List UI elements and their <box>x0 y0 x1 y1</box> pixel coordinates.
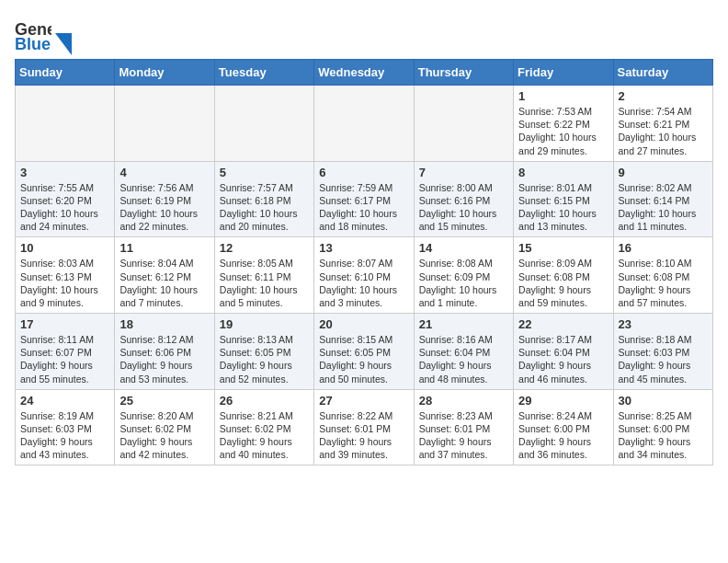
day-number: 14 <box>419 241 508 255</box>
day-number: 30 <box>619 394 708 408</box>
day-number: 9 <box>619 166 708 179</box>
calendar-week-row: 3Sunrise: 7:55 AM Sunset: 6:20 PM Daylig… <box>16 161 713 237</box>
calendar-cell: 28Sunrise: 8:23 AM Sunset: 6:01 PM Dayli… <box>414 389 513 465</box>
day-number: 6 <box>319 166 408 179</box>
svg-text:Blue: Blue <box>15 35 51 52</box>
day-info: Sunrise: 7:59 AM Sunset: 6:17 PM Dayligh… <box>319 181 408 234</box>
day-info: Sunrise: 8:23 AM Sunset: 6:01 PM Dayligh… <box>419 409 508 462</box>
day-number: 10 <box>20 241 109 255</box>
day-number: 3 <box>20 166 109 179</box>
calendar-cell: 30Sunrise: 8:25 AM Sunset: 6:00 PM Dayli… <box>613 389 712 465</box>
day-info: Sunrise: 8:16 AM Sunset: 6:04 PM Dayligh… <box>419 333 508 385</box>
day-number: 16 <box>619 241 708 255</box>
calendar-cell: 5Sunrise: 7:57 AM Sunset: 6:18 PM Daylig… <box>214 161 313 237</box>
calendar-header-row: SundayMondayTuesdayWednesdayThursdayFrid… <box>16 60 713 86</box>
day-info: Sunrise: 8:07 AM Sunset: 6:10 PM Dayligh… <box>319 257 408 309</box>
calendar-cell: 2Sunrise: 7:54 AM Sunset: 6:21 PM Daylig… <box>613 86 712 162</box>
day-info: Sunrise: 7:54 AM Sunset: 6:21 PM Dayligh… <box>619 105 708 157</box>
page-header: General Blue <box>15 15 713 52</box>
day-info: Sunrise: 8:05 AM Sunset: 6:11 PM Dayligh… <box>220 257 309 309</box>
day-number: 28 <box>419 394 508 408</box>
calendar-cell <box>314 86 414 162</box>
day-number: 25 <box>119 394 209 408</box>
calendar-cell <box>115 86 214 162</box>
day-number: 26 <box>220 394 309 408</box>
day-info: Sunrise: 7:56 AM Sunset: 6:19 PM Dayligh… <box>119 181 209 234</box>
day-number: 21 <box>419 317 508 331</box>
calendar-cell: 18Sunrise: 8:12 AM Sunset: 6:06 PM Dayli… <box>115 314 214 390</box>
logo-icon: General Blue <box>15 15 51 52</box>
day-info: Sunrise: 7:57 AM Sunset: 6:18 PM Dayligh… <box>220 181 309 234</box>
day-number: 29 <box>518 394 608 408</box>
calendar-cell: 22Sunrise: 8:17 AM Sunset: 6:04 PM Dayli… <box>514 314 613 390</box>
day-info: Sunrise: 8:03 AM Sunset: 6:13 PM Dayligh… <box>20 257 109 309</box>
day-info: Sunrise: 8:19 AM Sunset: 6:03 PM Dayligh… <box>20 409 109 462</box>
day-info: Sunrise: 8:13 AM Sunset: 6:05 PM Dayligh… <box>220 333 309 385</box>
calendar-table: SundayMondayTuesdayWednesdayThursdayFrid… <box>15 59 713 465</box>
calendar-cell: 8Sunrise: 8:01 AM Sunset: 6:15 PM Daylig… <box>514 161 613 237</box>
day-info: Sunrise: 8:00 AM Sunset: 6:16 PM Dayligh… <box>419 181 508 234</box>
day-header-sunday: Sunday <box>16 60 115 86</box>
calendar-cell: 14Sunrise: 8:08 AM Sunset: 6:09 PM Dayli… <box>414 237 513 314</box>
calendar-cell: 19Sunrise: 8:13 AM Sunset: 6:05 PM Dayli… <box>214 314 313 390</box>
day-header-friday: Friday <box>514 60 613 86</box>
day-number: 1 <box>518 89 608 103</box>
day-number: 5 <box>220 166 309 179</box>
calendar-cell <box>414 86 513 162</box>
calendar-cell: 29Sunrise: 8:24 AM Sunset: 6:00 PM Dayli… <box>514 389 613 465</box>
day-info: Sunrise: 8:02 AM Sunset: 6:14 PM Dayligh… <box>619 181 708 234</box>
day-info: Sunrise: 8:20 AM Sunset: 6:02 PM Dayligh… <box>119 409 209 462</box>
day-info: Sunrise: 8:11 AM Sunset: 6:07 PM Dayligh… <box>20 333 109 385</box>
calendar-week-row: 17Sunrise: 8:11 AM Sunset: 6:07 PM Dayli… <box>16 314 713 390</box>
day-info: Sunrise: 8:08 AM Sunset: 6:09 PM Dayligh… <box>419 257 508 309</box>
calendar-week-row: 24Sunrise: 8:19 AM Sunset: 6:03 PM Dayli… <box>16 389 713 465</box>
day-number: 11 <box>119 241 209 255</box>
day-info: Sunrise: 8:21 AM Sunset: 6:02 PM Dayligh… <box>220 409 309 462</box>
day-number: 8 <box>518 166 608 179</box>
calendar-cell: 16Sunrise: 8:10 AM Sunset: 6:08 PM Dayli… <box>613 237 712 314</box>
day-info: Sunrise: 7:53 AM Sunset: 6:22 PM Dayligh… <box>518 105 608 157</box>
calendar-cell: 1Sunrise: 7:53 AM Sunset: 6:22 PM Daylig… <box>514 86 613 162</box>
day-header-thursday: Thursday <box>414 60 513 86</box>
day-info: Sunrise: 8:17 AM Sunset: 6:04 PM Dayligh… <box>518 333 608 385</box>
logo-arrow-icon <box>55 33 72 55</box>
day-number: 19 <box>220 317 309 331</box>
day-info: Sunrise: 8:01 AM Sunset: 6:15 PM Dayligh… <box>518 181 608 234</box>
day-number: 22 <box>518 317 608 331</box>
day-number: 17 <box>20 317 109 331</box>
day-number: 23 <box>619 317 708 331</box>
day-header-wednesday: Wednesday <box>314 60 414 86</box>
day-info: Sunrise: 8:10 AM Sunset: 6:08 PM Dayligh… <box>619 257 708 309</box>
calendar-cell <box>214 86 313 162</box>
calendar-cell: 23Sunrise: 8:18 AM Sunset: 6:03 PM Dayli… <box>613 314 712 390</box>
day-number: 15 <box>518 241 608 255</box>
day-number: 18 <box>119 317 209 331</box>
day-number: 20 <box>319 317 408 331</box>
day-header-monday: Monday <box>115 60 214 86</box>
day-number: 13 <box>319 241 408 255</box>
day-info: Sunrise: 8:18 AM Sunset: 6:03 PM Dayligh… <box>619 333 708 385</box>
calendar-cell: 21Sunrise: 8:16 AM Sunset: 6:04 PM Dayli… <box>414 314 513 390</box>
day-info: Sunrise: 8:09 AM Sunset: 6:08 PM Dayligh… <box>518 257 608 309</box>
day-number: 27 <box>319 394 408 408</box>
calendar-cell: 25Sunrise: 8:20 AM Sunset: 6:02 PM Dayli… <box>115 389 214 465</box>
calendar-cell: 24Sunrise: 8:19 AM Sunset: 6:03 PM Dayli… <box>16 389 115 465</box>
calendar-cell: 27Sunrise: 8:22 AM Sunset: 6:01 PM Dayli… <box>314 389 414 465</box>
day-header-saturday: Saturday <box>613 60 712 86</box>
calendar-cell: 20Sunrise: 8:15 AM Sunset: 6:05 PM Dayli… <box>314 314 414 390</box>
day-number: 4 <box>119 166 209 179</box>
calendar-cell: 26Sunrise: 8:21 AM Sunset: 6:02 PM Dayli… <box>214 389 313 465</box>
calendar-cell: 10Sunrise: 8:03 AM Sunset: 6:13 PM Dayli… <box>16 237 115 314</box>
calendar-cell: 15Sunrise: 8:09 AM Sunset: 6:08 PM Dayli… <box>514 237 613 314</box>
calendar-cell: 9Sunrise: 8:02 AM Sunset: 6:14 PM Daylig… <box>613 161 712 237</box>
day-info: Sunrise: 8:25 AM Sunset: 6:00 PM Dayligh… <box>619 409 708 462</box>
calendar-cell: 4Sunrise: 7:56 AM Sunset: 6:19 PM Daylig… <box>115 161 214 237</box>
calendar-cell: 13Sunrise: 8:07 AM Sunset: 6:10 PM Dayli… <box>314 237 414 314</box>
day-number: 7 <box>419 166 508 179</box>
calendar-cell: 12Sunrise: 8:05 AM Sunset: 6:11 PM Dayli… <box>214 237 313 314</box>
calendar-cell: 7Sunrise: 8:00 AM Sunset: 6:16 PM Daylig… <box>414 161 513 237</box>
day-info: Sunrise: 7:55 AM Sunset: 6:20 PM Dayligh… <box>20 181 109 234</box>
svg-marker-3 <box>55 33 72 55</box>
day-info: Sunrise: 8:04 AM Sunset: 6:12 PM Dayligh… <box>119 257 209 309</box>
day-info: Sunrise: 8:22 AM Sunset: 6:01 PM Dayligh… <box>319 409 408 462</box>
